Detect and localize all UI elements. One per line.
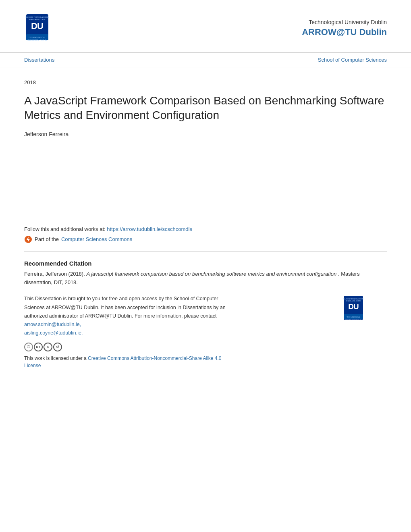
svg-text:TECHNOLOGICAL: TECHNOLOGICAL [29, 36, 46, 39]
description-body: This Dissertation is brought to you for … [24, 296, 226, 319]
institution-name: Technological University Dublin [302, 19, 387, 25]
follow-text: Follow this and additional works at: htt… [24, 226, 387, 232]
recommended-citation: Recommended Citation Ferreira, Jefferson… [24, 260, 387, 287]
cc-icon-row: © BY $ ↺ [24, 343, 234, 351]
follow-link[interactable]: https://arrow.tudublin.ie/scschcomdis [107, 226, 192, 232]
citation-italic: A javascript framework comparison based … [86, 271, 336, 277]
commons-link[interactable]: Computer Sciences Commons [61, 236, 132, 242]
dissertations-link[interactable]: Dissertations [24, 57, 54, 63]
nc-icon: $ [44, 343, 52, 351]
header-right: Technological University Dublin ARROW@TU… [302, 19, 387, 37]
license-text: This work is licensed under a Creative C… [24, 355, 234, 369]
follow-label: Follow this and additional works at: [24, 226, 106, 232]
header: DU TECHNOLOGICAL UNIVERSITY DUBLIN OLLSC… [0, 0, 411, 53]
email1-link[interactable]: arrow.admin@tudublin.ie, [24, 322, 81, 327]
part-of-line: Part of the Computer Sciences Commons [24, 235, 387, 243]
svg-text:BHAILE ÁTHA CLIATH: BHAILE ÁTHA CLIATH [346, 300, 361, 302]
svg-text:DU: DU [31, 21, 43, 31]
sa-icon: ↺ [53, 343, 62, 351]
cc-badge: © BY $ ↺ [24, 343, 62, 351]
bepress-icon [24, 235, 32, 243]
tu-dublin-logo: DU TECHNOLOGICAL UNIVERSITY DUBLIN OLLSC… [24, 12, 77, 44]
repo-link[interactable]: ARROW@TU Dublin [302, 27, 387, 37]
citation-text: Ferreira, Jefferson (2018). A javascript… [24, 270, 387, 287]
divider-1 [24, 251, 387, 252]
svg-text:DU: DU [348, 302, 359, 311]
follow-section: Follow this and additional works at: htt… [24, 226, 387, 243]
bottom-section: This Dissertation is brought to you for … [24, 295, 387, 369]
cc-icon: © [24, 343, 33, 351]
navbar: Dissertations School of Computer Science… [0, 53, 411, 67]
paper-title: A JavaScript Framework Comparison Based … [24, 94, 387, 123]
paper-author: Jefferson Ferreira [24, 131, 387, 137]
content: 2018 A JavaScript Framework Comparison B… [0, 67, 411, 385]
left-bottom: This Dissertation is brought to you for … [24, 295, 234, 369]
school-link[interactable]: School of Computer Sciences [318, 57, 387, 63]
by-icon: BY [34, 343, 43, 351]
logo-area: DU TECHNOLOGICAL UNIVERSITY DUBLIN OLLSC… [24, 12, 77, 44]
svg-text:UNIVERSITY DUBLIN: UNIVERSITY DUBLIN [27, 39, 47, 42]
svg-text:BHAILE ÁTHA CLIATH: BHAILE ÁTHA CLIATH [29, 19, 46, 21]
svg-text:TECHNOLOGICAL: TECHNOLOGICAL [347, 316, 361, 318]
tu-dublin-logo-bottom: DU TECHNOLOGICAL UNIVERSITY DUBLIN OLLSC… [342, 295, 387, 323]
part-of-text: Part of the [35, 236, 59, 242]
svg-text:OLLSCOIL TEICNEOLAÍOCHTA: OLLSCOIL TEICNEOLAÍOCHTA [343, 298, 364, 300]
right-bottom: DU TECHNOLOGICAL UNIVERSITY DUBLIN OLLSC… [342, 295, 387, 323]
svg-text:OLLSCOIL TEICNEOLAÍOCHTA: OLLSCOIL TEICNEOLAÍOCHTA [25, 16, 49, 18]
svg-text:UNIVERSITY DUBLIN: UNIVERSITY DUBLIN [345, 318, 361, 320]
paper-year: 2018 [24, 79, 387, 85]
citation-heading: Recommended Citation [24, 260, 387, 267]
email2-link[interactable]: aisling.coyne@tudublin.ie. [24, 330, 83, 336]
page: DU TECHNOLOGICAL UNIVERSITY DUBLIN OLLSC… [0, 0, 411, 532]
license-prefix: This work is licensed under a [24, 355, 87, 361]
description-text: This Dissertation is brought to you for … [24, 295, 234, 337]
citation-plain-start: Ferreira, Jefferson (2018). [24, 271, 86, 277]
